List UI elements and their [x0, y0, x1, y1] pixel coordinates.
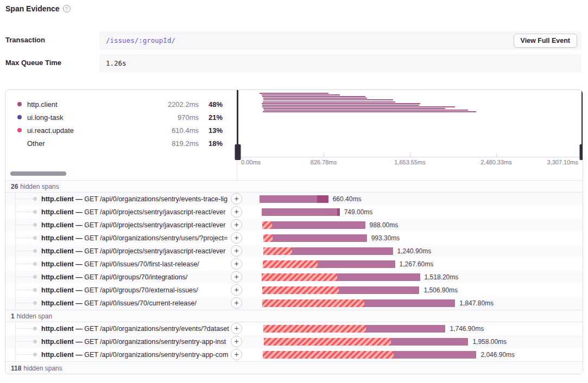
- span-bar[interactable]: [263, 325, 446, 333]
- span-op: http.client —: [41, 247, 84, 255]
- span-bar[interactable]: [263, 247, 393, 255]
- expand-span-button[interactable]: +: [231, 336, 242, 347]
- span-timeline-cell: 1,240.90ms: [237, 245, 583, 258]
- expand-span-button[interactable]: +: [231, 349, 242, 360]
- minimap-span-bar: [262, 94, 340, 95]
- queue-time-hatch: [264, 338, 391, 346]
- span-bar[interactable]: [260, 195, 328, 203]
- span-description: GET /api/0/groups/70/external-issues/: [84, 286, 198, 294]
- legend-percent: 48%: [199, 100, 223, 108]
- span-title[interactable]: http.client — GET /api/0/projects/sentry…: [41, 206, 229, 219]
- minimap-bars[interactable]: [237, 90, 583, 157]
- expand-span-button[interactable]: +: [231, 219, 242, 231]
- tree-node-dot-icon: [33, 210, 37, 214]
- legend-dot-icon: [17, 115, 22, 119]
- span-title[interactable]: http.client — GET /api/0/issues/70/curre…: [41, 297, 229, 310]
- scrollbar-track: [5, 167, 237, 180]
- expand-span-button[interactable]: +: [231, 258, 242, 270]
- span-title[interactable]: http.client — GET /api/0/organizations/s…: [41, 232, 229, 245]
- span-bar[interactable]: [262, 208, 340, 216]
- axis-tick-label: 826.78ms: [311, 159, 337, 165]
- tree-guide-line: [15, 284, 16, 297]
- expand-span-button[interactable]: +: [231, 206, 242, 218]
- span-title[interactable]: http.client — GET /api/0/projects/sentry…: [41, 245, 229, 258]
- span-description: GET /api/0/issues/70/first-last-release/: [84, 260, 199, 268]
- span-duration-label: 749.00ms: [344, 206, 373, 219]
- viewport-handle-left[interactable]: [237, 90, 238, 157]
- tree-node-dot-icon: [33, 249, 37, 253]
- span-duration-label: 1,746.90ms: [450, 322, 484, 335]
- span-bar[interactable]: [262, 299, 455, 307]
- span-title[interactable]: http.client — GET /api/0/organizations/s…: [41, 322, 229, 335]
- span-description: GET /api/0/projects/sentry/javascript-re…: [84, 247, 225, 255]
- span-bar[interactable]: [262, 273, 420, 281]
- tree-guide-line: [15, 297, 16, 310]
- span-row: http.client — GET /api/0/organizations/s…: [5, 322, 583, 335]
- tree-connector-line: [15, 264, 35, 264]
- span-timeline-cell: 660.40ms: [237, 193, 583, 206]
- expand-span-button[interactable]: +: [231, 284, 242, 296]
- tree-connector-line: [15, 199, 35, 199]
- hidden-spans-count: 26: [11, 183, 18, 190]
- legend-duration: 819.2ms: [155, 139, 199, 148]
- span-bar[interactable]: [263, 234, 367, 242]
- minimap-span-bar: [262, 96, 365, 97]
- span-row: http.client — GET /api/0/organizations/s…: [5, 335, 583, 348]
- viewport-handle-right-grip[interactable]: [579, 144, 583, 160]
- span-title[interactable]: http.client — GET /api/0/groups/70/exter…: [41, 284, 229, 297]
- horizontal-scrollbar[interactable]: [10, 171, 66, 176]
- span-duration-label: 1,958.00ms: [472, 335, 507, 348]
- view-full-event-button[interactable]: View Full Event: [514, 34, 577, 48]
- span-row-left: http.client — GET /api/0/groups/70/integ…: [5, 271, 237, 284]
- span-description: GET /api/0/organizations/sentry/users/?p…: [84, 234, 227, 242]
- queue-time-hatch: [263, 325, 366, 333]
- span-row-left: http.client — GET /api/0/issues/70/first…: [5, 258, 237, 271]
- span-duration-label: 2,046.90ms: [480, 348, 515, 361]
- tree-guide-line: [15, 193, 16, 206]
- span-title[interactable]: http.client — GET /api/0/issues/70/first…: [41, 258, 229, 271]
- legend-percent: 13%: [199, 126, 223, 135]
- hidden-spans-row[interactable]: 118hidden spans: [5, 361, 583, 374]
- span-description: GET /api/0/organizations/sentry/events/?…: [84, 325, 229, 333]
- span-row-left: http.client — GET /api/0/organizations/s…: [5, 232, 237, 245]
- legend-duration: 970ms: [155, 113, 199, 122]
- span-description: GET /api/0/organizations/sentry/events-t…: [84, 195, 227, 203]
- legend-dot-icon: [17, 102, 22, 106]
- span-title[interactable]: http.client — GET /api/0/groups/70/integ…: [41, 271, 229, 284]
- span-bar[interactable]: [264, 338, 469, 346]
- span-bar[interactable]: [263, 351, 477, 359]
- viewport-handle-right[interactable]: [581, 90, 583, 157]
- span-duration-label: 1,267.60ms: [400, 258, 434, 271]
- span-title[interactable]: http.client — GET /api/0/organizations/s…: [41, 348, 229, 361]
- hidden-spans-row[interactable]: 1hidden span: [5, 310, 583, 322]
- span-row-left: http.client — GET /api/0/organizations/s…: [5, 335, 237, 348]
- expand-span-button[interactable]: +: [231, 297, 242, 309]
- hidden-spans-row[interactable]: 26hidden spans: [5, 180, 583, 193]
- viewport-handle-left-grip[interactable]: [235, 144, 241, 160]
- span-title[interactable]: http.client — GET /api/0/projects/sentry…: [41, 219, 229, 232]
- span-op: http.client —: [41, 325, 84, 333]
- queue-time-hatch: [262, 221, 272, 229]
- span-op: http.client —: [41, 221, 84, 229]
- span-row: http.client — GET /api/0/groups/70/integ…: [5, 271, 583, 284]
- legend-dot-icon: [17, 141, 22, 145]
- expand-span-button[interactable]: +: [231, 271, 242, 283]
- expand-span-button[interactable]: +: [231, 245, 242, 257]
- span-row: http.client — GET /api/0/projects/sentry…: [5, 219, 583, 232]
- minimap-span-bar: [262, 106, 455, 107]
- help-icon[interactable]: ?: [63, 5, 71, 12]
- span-waterfall-panel: http.client2202.2ms48%ui.long-task970ms2…: [5, 90, 583, 374]
- tree-connector-line: [15, 225, 35, 225]
- span-bar[interactable]: [263, 260, 395, 268]
- expand-span-button[interactable]: +: [231, 323, 242, 334]
- span-title[interactable]: http.client — GET /api/0/organizations/s…: [41, 193, 229, 206]
- expand-span-button[interactable]: +: [231, 193, 242, 205]
- span-bar[interactable]: [262, 286, 420, 294]
- page-title: Span Evidence: [5, 4, 60, 13]
- span-row-left: http.client — GET /api/0/groups/70/exter…: [5, 284, 237, 297]
- expand-span-button[interactable]: +: [231, 232, 242, 244]
- span-title[interactable]: http.client — GET /api/0/organizations/s…: [41, 335, 229, 348]
- span-timeline-cell: 1,958.00ms: [237, 335, 583, 348]
- max-queue-time-value-box: 1.26s: [99, 54, 581, 72]
- span-bar[interactable]: [262, 221, 365, 229]
